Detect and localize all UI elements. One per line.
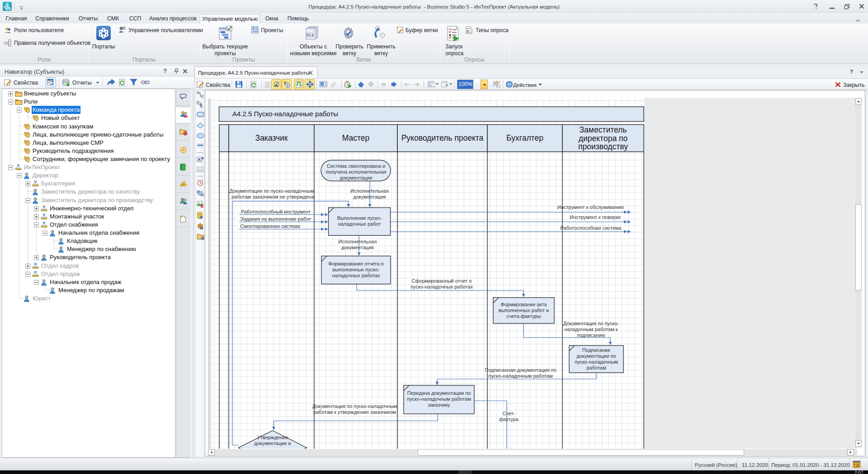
svg-text:A: A xyxy=(275,83,278,87)
svg-text:V1.1: V1.1 xyxy=(307,33,314,37)
svg-text:A: A xyxy=(321,82,323,86)
